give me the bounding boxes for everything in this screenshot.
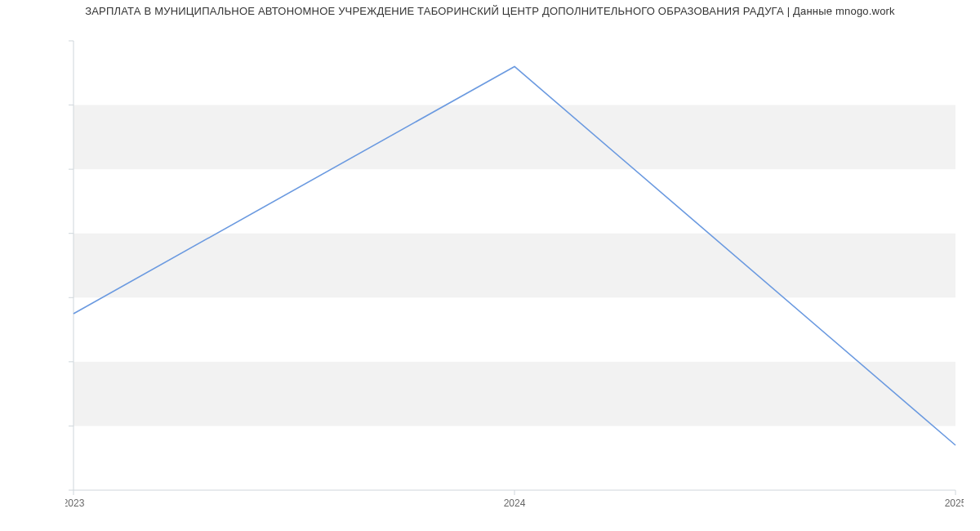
svg-rect-2	[74, 105, 956, 170]
chart-title: ЗАРПЛАТА В МУНИЦИПАЛЬНОЕ АВТОНОМНОЕ УЧРЕ…	[0, 5, 980, 17]
svg-rect-0	[74, 362, 956, 426]
chart-container: ЗАРПЛАТА В МУНИЦИПАЛЬНОЕ АВТОНОМНОЕ УЧРЕ…	[0, 0, 980, 531]
x-tick-label: 2025	[945, 498, 964, 509]
svg-rect-1	[74, 234, 956, 298]
x-tick-label: 2023	[65, 498, 85, 509]
chart-svg: 1400016000180002000022000240002600028000…	[65, 33, 964, 523]
plot-area: 1400016000180002000022000240002600028000…	[65, 33, 964, 490]
x-tick-label: 2024	[504, 498, 526, 509]
